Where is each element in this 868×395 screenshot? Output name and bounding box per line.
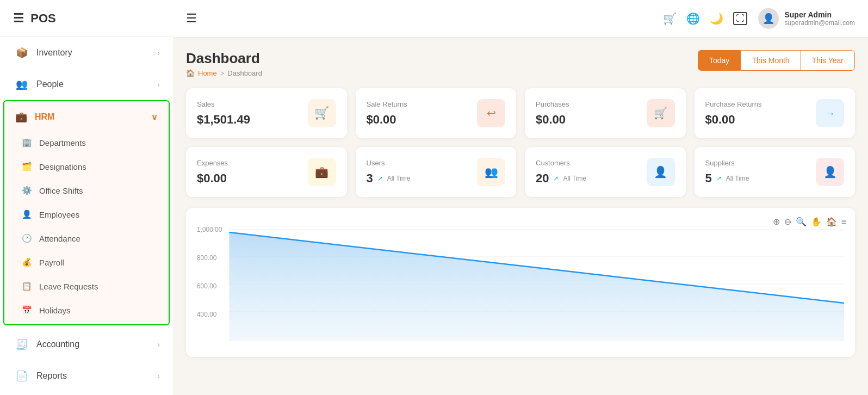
reports-arrow: › (157, 372, 160, 380)
avatar: 👤 (758, 8, 779, 29)
moon-icon[interactable]: 🌙 (710, 12, 723, 25)
reports-icon: 📄 (15, 369, 29, 383)
purchase-returns-label: Purchase Returns (705, 100, 762, 108)
chart-svg: 1,000.00 800.00 600.00 400.00 (197, 224, 844, 344)
sales-value: $1,501.49 (197, 113, 250, 127)
globe-icon[interactable]: 🌐 (686, 12, 700, 25)
stat-card-expenses: Expenses $0.00 💼 (186, 147, 347, 197)
attendance-label: Attendance (39, 234, 80, 243)
sidebar-item-inventory[interactable]: 📦 Inventory › (0, 37, 173, 69)
this-month-button[interactable]: This Month (741, 50, 801, 71)
this-year-button[interactable]: This Year (801, 50, 855, 71)
sales-label: Sales (197, 100, 250, 108)
fullscreen-icon[interactable]: ⛶ (733, 12, 747, 25)
sidebar-item-employees[interactable]: 👤 Employees (4, 202, 169, 226)
accounting-label: Accounting (36, 340, 79, 349)
accounting-icon: 🧾 (15, 337, 29, 351)
hamburger-button[interactable]: ☰ (186, 11, 197, 26)
svg-text:600.00: 600.00 (197, 282, 217, 290)
stat-card-purchase-returns: Purchase Returns $0.00 → (695, 88, 855, 138)
customers-value-row: 20 ↗ All Time (536, 171, 586, 186)
breadcrumb-home-text[interactable]: Home (198, 69, 217, 77)
sidebar-item-designations[interactable]: 🗂️ Designations (4, 155, 169, 178)
sale-returns-label: Sale Returns (367, 100, 407, 108)
designations-label: Designations (39, 162, 86, 171)
hrm-icon: 💼 (15, 111, 27, 123)
stat-info-customers: Customers 20 ↗ All Time (536, 159, 586, 186)
departments-label: Departments (39, 138, 86, 147)
leave-requests-label: Leave Requests (39, 282, 98, 291)
suppliers-value: 5 (705, 171, 712, 186)
svg-text:800.00: 800.00 (197, 254, 217, 262)
customers-icon-box: 👤 (647, 158, 675, 186)
sidebar-item-reports[interactable]: 📄 Reports › (0, 360, 173, 392)
sidebar-item-holidays[interactable]: 📅 Holidays (4, 298, 169, 322)
title-section: Dashboard 🏠 Home > Dashboard (186, 50, 262, 77)
users-trend-icon: ↗ (377, 175, 383, 182)
customers-trend-icon: ↗ (553, 175, 559, 182)
customers-icon: 👤 (654, 165, 667, 178)
customers-value: 20 (536, 171, 549, 186)
purchases-label: Purchases (536, 100, 569, 108)
holidays-label: Holidays (39, 306, 71, 315)
hrm-header[interactable]: 💼 HRM ∨ (4, 103, 169, 131)
sidebar-item-attendance[interactable]: 🕐 Attendance (4, 226, 169, 250)
inventory-arrow: › (157, 48, 160, 57)
date-filter-group: Today This Month This Year (698, 50, 855, 71)
sales-icon: 🛒 (314, 106, 329, 120)
stat-info-users: Users 3 ↗ All Time (367, 159, 411, 186)
suppliers-trend-icon: ↗ (716, 175, 722, 182)
breadcrumb-current: Dashboard (227, 69, 262, 77)
users-icon: 👥 (485, 165, 498, 178)
chart-home[interactable]: 🏠 (826, 217, 837, 227)
users-icon-box: 👥 (477, 158, 505, 186)
stat-card-sale-returns: Sale Returns $0.00 ↩ (356, 88, 517, 138)
chart-menu[interactable]: ≡ (841, 217, 846, 227)
chart-pan[interactable]: ✋ (811, 217, 822, 227)
today-button[interactable]: Today (698, 50, 741, 71)
sale-returns-icon-box: ↩ (477, 99, 505, 127)
chart-zoom-out[interactable]: ⊖ (784, 217, 791, 227)
stat-info-expenses: Expenses $0.00 (197, 159, 228, 186)
office-shifts-label: Office Shifts (39, 186, 83, 195)
topbar-user[interactable]: 👤 Super Admin superadmin@email.com (758, 8, 855, 29)
purchase-returns-value: $0.00 (705, 113, 762, 127)
sidebar-item-payroll[interactable]: 💰 Payroll (4, 250, 169, 274)
payroll-icon: 💰 (21, 256, 33, 268)
stat-card-users: Users 3 ↗ All Time 👥 (356, 147, 517, 197)
chart-container: ⊕ ⊖ 🔍 ✋ 🏠 ≡ 1,000.00 800.00 600.00 400.0… (186, 208, 855, 357)
expenses-icon-box: 💼 (308, 158, 336, 186)
stat-info-purchases: Purchases $0.00 (536, 100, 569, 127)
sidebar-item-people[interactable]: 👥 People › (0, 69, 173, 100)
users-value: 3 (367, 171, 373, 186)
expenses-value: $0.00 (197, 171, 228, 186)
users-label: Users (367, 159, 411, 167)
purchases-value: $0.00 (536, 113, 569, 127)
chart-zoom-in[interactable]: ⊕ (773, 217, 780, 227)
stat-card-customers: Customers 20 ↗ All Time 👤 (525, 147, 686, 197)
sidebar-item-accounting[interactable]: 🧾 Accounting › (0, 329, 173, 360)
hrm-label: HRM (35, 112, 54, 122)
inventory-icon: 📦 (15, 46, 29, 60)
breadcrumb-home[interactable]: 🏠 (186, 69, 195, 77)
content-area: Dashboard 🏠 Home > Dashboard Today This … (173, 37, 868, 395)
departments-icon: 🏢 (21, 137, 33, 149)
topbar: ☰ 🛒 🌐 🌙 ⛶ 👤 Super Admin superadmin@email… (173, 0, 868, 37)
sidebar-item-office-shifts[interactable]: ⚙️ Office Shifts (4, 178, 169, 202)
expenses-label: Expenses (197, 159, 228, 167)
stat-card-sales: Sales $1,501.49 🛒 (186, 88, 347, 138)
sidebar-item-departments[interactable]: 🏢 Departments (4, 131, 169, 155)
people-arrow: › (157, 80, 160, 89)
stat-card-purchases: Purchases $0.00 🛒 (525, 88, 686, 138)
stat-info-suppliers: Suppliers 5 ↗ All Time (705, 159, 749, 186)
breadcrumb-separator: > (220, 69, 225, 77)
sidebar-logo: ☰ POS (0, 0, 173, 37)
svg-text:1,000.00: 1,000.00 (197, 226, 222, 233)
stat-info-sale-returns: Sale Returns $0.00 (367, 100, 407, 127)
sidebar-item-leave-requests[interactable]: 📋 Leave Requests (4, 274, 169, 298)
cart-icon[interactable]: 🛒 (663, 12, 677, 25)
chart-search[interactable]: 🔍 (796, 217, 807, 227)
customers-label: Customers (536, 159, 586, 167)
chart-toolbar: ⊕ ⊖ 🔍 ✋ 🏠 ≡ (773, 217, 846, 227)
leave-requests-icon: 📋 (21, 280, 33, 292)
